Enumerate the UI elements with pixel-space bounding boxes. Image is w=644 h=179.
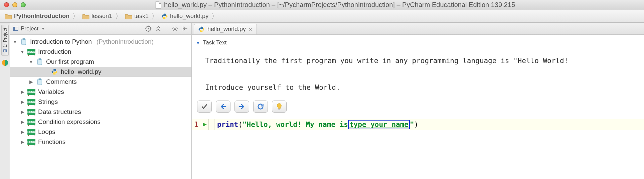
tree-item-introduction[interactable]: LESSON Introduction <box>10 47 191 57</box>
lesson-icon: LESSON <box>27 129 35 135</box>
svg-point-17 <box>200 27 201 28</box>
project-panel-header: Project ▼ <box>10 23 191 35</box>
tree-item-data-structures[interactable]: LESSON Data structures <box>10 107 191 117</box>
tree-item-label: Comments <box>46 78 77 85</box>
window-title: hello_world.py – PythonIntroduction – [~… <box>30 1 640 9</box>
svg-rect-3 <box>5 50 6 52</box>
python-file-icon <box>161 13 168 20</box>
chevron-right-icon: 〉 <box>210 11 219 21</box>
tree-item-label: Functions <box>38 138 65 146</box>
tree-item-our-first-program[interactable]: Our first program <box>10 57 191 67</box>
tree-item-functions[interactable]: LESSON Functions <box>10 137 191 147</box>
svg-point-13 <box>53 69 54 70</box>
expand-toggle[interactable] <box>20 49 25 54</box>
tree-item-variables[interactable]: LESSON Variables <box>10 87 191 97</box>
collapse-all-button[interactable] <box>155 25 162 32</box>
tree-root[interactable]: Introduction to Python (PythonIntroducti… <box>10 37 191 47</box>
tree-root-subtitle: (PythonIntroduction) <box>97 38 154 45</box>
traffic-lights <box>4 2 26 7</box>
project-tree[interactable]: Introduction to Python (PythonIntroducti… <box>10 35 191 149</box>
window-title-bar: hello_world.py – PythonIntroduction – [~… <box>0 0 644 10</box>
chevron-right-icon: 〉 <box>71 11 80 21</box>
breadcrumb-label: lesson1 <box>92 13 112 20</box>
lesson-icon: LESSON <box>27 109 35 115</box>
folder-icon <box>125 13 132 19</box>
tree-item-hello-world-py[interactable]: hello_world.py <box>10 67 191 77</box>
next-task-button[interactable] <box>234 101 249 113</box>
project-panel-title[interactable]: Project ▼ <box>13 25 45 32</box>
svg-point-0 <box>163 14 164 15</box>
task-icon <box>36 58 43 65</box>
tree-item-label: hello_world.py <box>61 68 101 75</box>
svg-point-14 <box>55 73 56 74</box>
check-task-button[interactable] <box>197 101 212 113</box>
tree-item-label: Our first program <box>46 58 94 65</box>
left-tool-strip: 1: Project <box>0 23 10 179</box>
tree-item-condition-expressions[interactable]: LESSON Condition expressions <box>10 117 191 127</box>
dropdown-arrow-icon: ▼ <box>41 26 45 31</box>
expand-toggle[interactable] <box>20 99 25 105</box>
token-string-prefix: "Hello, world! My name is <box>243 121 348 129</box>
breadcrumb-label: PythonIntroduction <box>14 13 69 20</box>
run-gutter-icon[interactable] <box>200 122 208 127</box>
svg-rect-12 <box>38 58 41 60</box>
svg-point-7 <box>148 28 149 29</box>
tree-item-label: Strings <box>38 98 58 106</box>
expand-toggle[interactable] <box>20 109 25 115</box>
folder-icon <box>82 13 90 19</box>
svg-rect-19 <box>278 109 280 110</box>
lesson-icon: LESSON <box>27 49 35 55</box>
previous-task-button[interactable] <box>216 101 230 113</box>
editor-tab-row: hello_world.py ✕ <box>192 23 644 35</box>
breadcrumb-label: hello_world.py <box>170 13 208 20</box>
tree-item-strings[interactable]: LESSON Strings <box>10 97 191 107</box>
svg-rect-9 <box>22 39 26 45</box>
answer-placeholder[interactable]: type your name <box>348 120 410 129</box>
scroll-to-source-button[interactable] <box>145 25 152 32</box>
project-toolwindow-tab[interactable]: 1: Project <box>1 25 9 56</box>
tree-item-comments[interactable]: Comments <box>10 77 191 87</box>
expand-toggle[interactable] <box>20 119 25 125</box>
breadcrumb: PythonIntroduction 〉 lesson1 〉 task1 〉 h… <box>0 10 644 23</box>
project-panel: Project ▼ Intro <box>10 23 192 179</box>
editor-tab-hello-world[interactable]: hello_world.py ✕ <box>194 24 257 34</box>
task-panel: ▼ Task Text Traditionally the first prog… <box>192 35 644 119</box>
expand-toggle[interactable] <box>29 59 33 64</box>
zoom-window-button[interactable] <box>21 2 26 7</box>
tree-item-label: Introduction <box>38 48 71 55</box>
breadcrumb-item-lesson1[interactable]: lesson1 <box>80 13 114 20</box>
breadcrumb-item-task1[interactable]: task1 <box>123 13 151 20</box>
svg-rect-11 <box>38 59 42 65</box>
hide-panel-button[interactable] <box>181 25 189 32</box>
expand-toggle[interactable] <box>20 129 25 135</box>
expand-toggle[interactable] <box>20 139 25 145</box>
breadcrumb-item-file[interactable]: hello_world.py <box>159 13 210 20</box>
expand-toggle[interactable] <box>13 39 17 44</box>
token-string-suffix: " <box>410 121 414 129</box>
code-editor[interactable]: 1 print("Hello, world! My name is type y… <box>192 119 644 130</box>
tree-root-label: Introduction to Python <box>30 38 92 45</box>
project-icon <box>3 49 7 53</box>
close-window-button[interactable] <box>4 2 9 7</box>
code-line-1[interactable]: 1 print("Hello, world! My name is type y… <box>192 119 644 130</box>
folder-icon <box>5 13 12 19</box>
expand-toggle[interactable] <box>20 89 25 95</box>
tree-item-loops[interactable]: LESSON Loops <box>10 127 191 137</box>
settings-button[interactable] <box>171 25 179 32</box>
expand-toggle[interactable] <box>29 79 33 84</box>
breadcrumb-item-project[interactable]: PythonIntroduction <box>3 13 71 20</box>
clipboard-icon <box>20 38 27 45</box>
close-icon[interactable]: ✕ <box>249 27 253 32</box>
tree-item-label: Variables <box>38 88 64 96</box>
lesson-icon: LESSON <box>27 119 35 125</box>
svg-point-18 <box>202 31 203 32</box>
refresh-task-button[interactable] <box>253 101 268 113</box>
collapse-triangle-icon: ▼ <box>196 40 200 45</box>
code-text[interactable]: print("Hello, world! My name is type you… <box>214 120 418 129</box>
window-title-text: hello_world.py – PythonIntroduction – [~… <box>164 1 515 9</box>
task-buttons <box>196 99 639 116</box>
task-icon <box>36 78 43 85</box>
hint-button[interactable] <box>272 101 287 113</box>
task-text-header[interactable]: ▼ Task Text <box>196 39 639 47</box>
minimize-window-button[interactable] <box>12 2 17 7</box>
